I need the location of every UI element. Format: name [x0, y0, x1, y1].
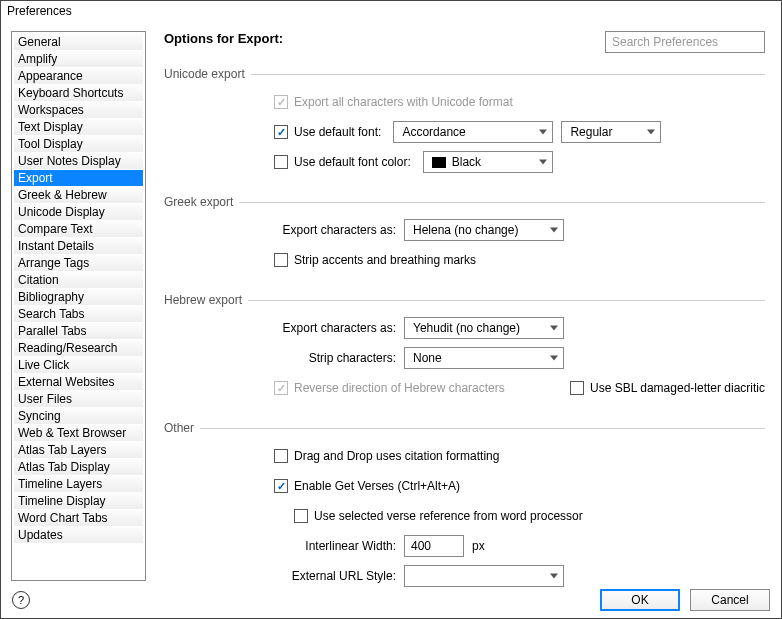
search-input[interactable]: [605, 31, 765, 53]
sidebar-item-syncing[interactable]: Syncing: [14, 408, 143, 425]
ok-button[interactable]: OK: [600, 589, 680, 611]
sidebar-item-parallel-tabs[interactable]: Parallel Tabs: [14, 323, 143, 340]
checkbox-enable-get-verses[interactable]: [274, 479, 288, 493]
group-greek: Greek export Export characters as: Helen…: [164, 195, 765, 273]
label-enable-get-verses: Enable Get Verses (Ctrl+Alt+A): [288, 479, 460, 493]
cancel-button[interactable]: Cancel: [690, 589, 770, 611]
sidebar-item-greek-hebrew[interactable]: Greek & Hebrew: [14, 187, 143, 204]
label-hebrew-export-as: Export characters as:: [164, 321, 404, 335]
sidebar-item-reading-research[interactable]: Reading/Research: [14, 340, 143, 357]
select-external-url-style[interactable]: [404, 565, 564, 587]
group-hebrew: Hebrew export Export characters as: Yehu…: [164, 293, 765, 401]
sidebar-item-appearance[interactable]: Appearance: [14, 68, 143, 85]
group-unicode: Unicode export Export all characters wit…: [164, 67, 765, 175]
sidebar-item-timeline-display[interactable]: Timeline Display: [14, 493, 143, 510]
label-use-default-font-color: Use default font color:: [288, 155, 411, 169]
checkbox-sbl-diacritic[interactable]: [570, 381, 584, 395]
sidebar-item-bibliography[interactable]: Bibliography: [14, 289, 143, 306]
sidebar-item-search-tabs[interactable]: Search Tabs: [14, 306, 143, 323]
label-strip-accents: Strip accents and breathing marks: [288, 253, 476, 267]
sidebar-item-user-notes-display[interactable]: User Notes Display: [14, 153, 143, 170]
sidebar-item-updates[interactable]: Updates: [14, 527, 143, 544]
label-use-default-font: Use default font:: [288, 125, 381, 139]
sidebar-item-keyboard-shortcuts[interactable]: Keyboard Shortcuts: [14, 85, 143, 102]
select-greek-export-as[interactable]: Helena (no change): [404, 219, 564, 241]
label-interlinear-width: Interlinear Width:: [164, 539, 404, 553]
label-reverse-hebrew: Reverse direction of Hebrew characters: [288, 381, 505, 395]
legend-hebrew: Hebrew export: [164, 293, 248, 307]
label-use-selected-verse: Use selected verse reference from word p…: [308, 509, 583, 523]
sidebar-item-compare-text[interactable]: Compare Text: [14, 221, 143, 238]
sidebar-item-atlas-tab-layers[interactable]: Atlas Tab Layers: [14, 442, 143, 459]
sidebar-item-instant-details[interactable]: Instant Details: [14, 238, 143, 255]
legend-unicode: Unicode export: [164, 67, 251, 81]
select-font-color[interactable]: Black: [423, 151, 553, 173]
group-other: Other Drag and Drop uses citation format…: [164, 421, 765, 589]
label-drag-drop-citation: Drag and Drop uses citation formatting: [288, 449, 499, 463]
page-title: Options for Export:: [164, 31, 283, 46]
sidebar-item-atlas-tab-display[interactable]: Atlas Tab Display: [14, 459, 143, 476]
label-sbl-diacritic: Use SBL damaged-letter diacritic: [584, 381, 765, 395]
legend-greek: Greek export: [164, 195, 239, 209]
checkbox-reverse-hebrew: [274, 381, 288, 395]
sidebar-item-user-files[interactable]: User Files: [14, 391, 143, 408]
select-font-style[interactable]: Regular: [561, 121, 661, 143]
sidebar-item-tool-display[interactable]: Tool Display: [14, 136, 143, 153]
sidebar-item-live-click[interactable]: Live Click: [14, 357, 143, 374]
checkbox-strip-accents[interactable]: [274, 253, 288, 267]
label-strip-characters: Strip characters:: [164, 351, 404, 365]
select-strip-characters[interactable]: None: [404, 347, 564, 369]
legend-other: Other: [164, 421, 200, 435]
sidebar-item-export[interactable]: Export: [14, 170, 143, 187]
sidebar-item-unicode-display[interactable]: Unicode Display: [14, 204, 143, 221]
window-title: Preferences: [1, 1, 781, 21]
sidebar-item-amplify[interactable]: Amplify: [14, 51, 143, 68]
sidebar-item-word-chart-tabs[interactable]: Word Chart Tabs: [14, 510, 143, 527]
label-export-all-unicode: Export all characters with Unicode forma…: [288, 95, 513, 109]
sidebar-item-arrange-tags[interactable]: Arrange Tags: [14, 255, 143, 272]
checkbox-use-default-font[interactable]: [274, 125, 288, 139]
help-icon[interactable]: ?: [12, 591, 30, 609]
select-font[interactable]: Accordance: [393, 121, 553, 143]
input-interlinear-width[interactable]: [404, 535, 464, 557]
sidebar-item-external-websites[interactable]: External Websites: [14, 374, 143, 391]
main-panel: Options for Export: Unicode export Expor…: [146, 31, 771, 581]
preferences-sidebar: GeneralAmplifyAppearanceKeyboard Shortcu…: [11, 31, 146, 581]
sidebar-item-timeline-layers[interactable]: Timeline Layers: [14, 476, 143, 493]
sidebar-item-text-display[interactable]: Text Display: [14, 119, 143, 136]
checkbox-drag-drop-citation[interactable]: [274, 449, 288, 463]
sidebar-item-workspaces[interactable]: Workspaces: [14, 102, 143, 119]
sidebar-item-citation[interactable]: Citation: [14, 272, 143, 289]
checkbox-use-default-font-color[interactable]: [274, 155, 288, 169]
checkbox-use-selected-verse[interactable]: [294, 509, 308, 523]
checkbox-export-all-unicode: [274, 95, 288, 109]
sidebar-item-general[interactable]: General: [14, 34, 143, 51]
label-greek-export-as: Export characters as:: [164, 223, 404, 237]
sidebar-item-web-text-browser[interactable]: Web & Text Browser: [14, 425, 143, 442]
label-external-url-style: External URL Style:: [164, 569, 404, 583]
select-hebrew-export-as[interactable]: Yehudit (no change): [404, 317, 564, 339]
label-px: px: [464, 539, 485, 553]
